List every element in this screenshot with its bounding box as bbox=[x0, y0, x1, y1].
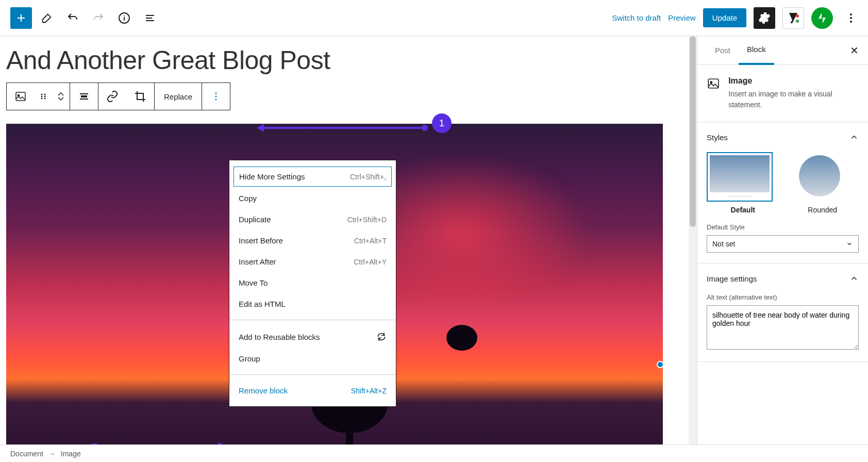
style-rounded[interactable]: Rounded bbox=[787, 152, 859, 214]
crop-button[interactable] bbox=[126, 83, 154, 110]
link-button[interactable] bbox=[98, 83, 126, 110]
svg-rect-6 bbox=[16, 92, 25, 101]
block-description: Insert an image to make a visual stateme… bbox=[728, 89, 859, 110]
block-options-dropdown: Hide More Settings Ctrl+Shift+, Copy Dup… bbox=[229, 160, 396, 407]
svg-point-10 bbox=[41, 96, 43, 97]
svg-point-3 bbox=[850, 13, 852, 15]
menu-remove-block[interactable]: Remove block Shift+Alt+Z bbox=[229, 380, 396, 401]
svg-point-8 bbox=[41, 94, 43, 95]
add-block-button[interactable] bbox=[10, 7, 32, 29]
edit-mode-button[interactable] bbox=[36, 7, 58, 29]
svg-rect-18 bbox=[708, 79, 719, 88]
chevron-up-icon bbox=[849, 133, 859, 142]
menu-duplicate[interactable]: Duplicate Ctrl+Shift+D bbox=[229, 209, 396, 230]
svg-rect-14 bbox=[81, 95, 87, 97]
svg-point-13 bbox=[44, 98, 46, 100]
switch-to-draft-link[interactable]: Switch to draft bbox=[612, 13, 661, 22]
undo-button[interactable] bbox=[62, 7, 84, 29]
editor-canvas: And Another Great Blog Post bbox=[0, 36, 697, 444]
toolbar-left bbox=[10, 7, 161, 29]
menu-copy[interactable]: Copy bbox=[229, 188, 396, 209]
svg-point-12 bbox=[41, 98, 43, 100]
image-icon bbox=[707, 76, 720, 91]
svg-point-5 bbox=[850, 21, 852, 23]
svg-point-11 bbox=[44, 96, 46, 97]
style-default[interactable]: ―――――――― Default bbox=[707, 152, 779, 214]
settings-button[interactable] bbox=[754, 7, 775, 29]
close-sidebar-button[interactable]: ✕ bbox=[850, 44, 859, 57]
menu-insert-after[interactable]: Insert After Ctrl+Alt+Y bbox=[229, 251, 396, 272]
scrollbar[interactable] bbox=[689, 36, 697, 444]
arrow-1 bbox=[258, 127, 428, 129]
menu-group[interactable]: Group bbox=[229, 348, 396, 369]
menu-hide-more-settings[interactable]: Hide More Settings Ctrl+Shift+, bbox=[233, 167, 392, 187]
alt-text-input[interactable] bbox=[707, 305, 859, 350]
breadcrumb-document[interactable]: Document bbox=[10, 450, 43, 458]
image-settings-toggle[interactable]: Image settings bbox=[697, 263, 868, 293]
block-toolbar: Replace bbox=[6, 82, 230, 110]
preview-link[interactable]: Preview bbox=[668, 13, 695, 22]
more-options-button[interactable] bbox=[840, 7, 862, 29]
styles-panel-toggle[interactable]: Styles bbox=[697, 122, 868, 152]
block-info-panel: Image Insert an image to make a visual s… bbox=[697, 65, 868, 122]
svg-point-1 bbox=[796, 14, 799, 18]
info-button[interactable] bbox=[113, 7, 135, 29]
styles-panel: Styles ―――――――― Default Rounded bbox=[697, 122, 868, 263]
outline-button[interactable] bbox=[139, 7, 161, 29]
tab-post[interactable]: Post bbox=[707, 37, 739, 64]
align-button[interactable] bbox=[70, 83, 98, 110]
yoast-button[interactable] bbox=[782, 7, 804, 29]
svg-point-9 bbox=[44, 94, 46, 95]
resize-handle[interactable] bbox=[657, 361, 664, 368]
block-more-options-button[interactable] bbox=[202, 83, 230, 110]
chevron-up-icon bbox=[849, 274, 859, 283]
breadcrumb: Document → Image bbox=[0, 444, 868, 462]
default-style-select[interactable]: Not set bbox=[707, 235, 859, 253]
refresh-icon bbox=[376, 332, 387, 342]
svg-point-2 bbox=[796, 20, 799, 23]
update-button[interactable]: Update bbox=[703, 8, 746, 27]
settings-sidebar: Post Block ✕ Image Insert an image to ma… bbox=[697, 36, 868, 444]
chevron-down-icon bbox=[846, 240, 853, 248]
svg-point-15 bbox=[215, 93, 217, 94]
svg-point-16 bbox=[215, 96, 217, 97]
callout-1: 1 bbox=[432, 113, 452, 133]
menu-add-reusable[interactable]: Add to Reusable blocks bbox=[229, 325, 396, 348]
drag-handle[interactable] bbox=[35, 83, 52, 110]
tab-block[interactable]: Block bbox=[739, 36, 774, 65]
svg-point-4 bbox=[850, 17, 852, 19]
menu-insert-before[interactable]: Insert Before Ctrl+Alt+T bbox=[229, 230, 396, 251]
breadcrumb-current[interactable]: Image bbox=[61, 450, 81, 458]
post-title[interactable]: And Another Great Blog Post bbox=[6, 45, 691, 75]
sidebar-tabs: Post Block ✕ bbox=[697, 36, 868, 65]
block-type-button[interactable] bbox=[7, 83, 35, 110]
menu-edit-html[interactable]: Edit as HTML bbox=[229, 293, 396, 315]
menu-move-to[interactable]: Move To bbox=[229, 272, 396, 293]
top-toolbar: Switch to draft Preview Update bbox=[0, 0, 868, 36]
jetpack-button[interactable] bbox=[811, 7, 833, 29]
replace-button[interactable]: Replace bbox=[155, 83, 202, 110]
image-settings-panel: Image settings Alt text (alternative tex… bbox=[697, 263, 868, 362]
block-title: Image bbox=[728, 76, 859, 86]
default-style-label: Default Style bbox=[707, 223, 859, 231]
svg-point-17 bbox=[215, 99, 217, 101]
redo-button[interactable] bbox=[88, 7, 109, 29]
alt-text-label: Alt text (alternative text) bbox=[707, 293, 859, 301]
toolbar-right: Switch to draft Preview Update bbox=[612, 7, 862, 29]
move-arrows[interactable] bbox=[52, 83, 70, 110]
